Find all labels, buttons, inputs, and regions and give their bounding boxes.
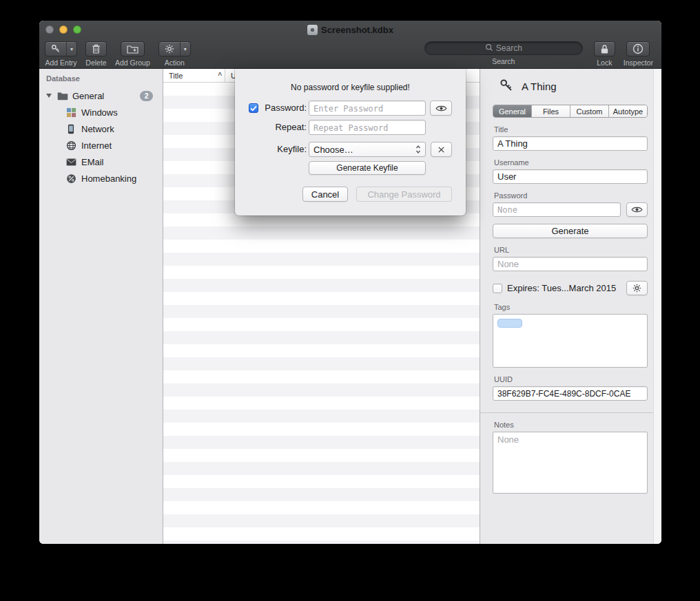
notes-field[interactable]: None — [493, 432, 648, 494]
windows-icon — [65, 107, 76, 118]
username-field[interactable] — [493, 169, 648, 184]
coin-percent-icon — [65, 173, 76, 184]
add-entry-label: Add Entry — [45, 59, 76, 67]
document-icon — [307, 25, 318, 35]
titlebar[interactable]: Screenshot.kdbx — [39, 21, 661, 39]
add-entry-button[interactable]: ▾ — [45, 41, 77, 56]
action-button[interactable]: ▾ — [158, 41, 191, 56]
sidebar-item-network[interactable]: Network — [39, 120, 163, 137]
keyfile-popup[interactable]: Choose… — [309, 142, 426, 157]
add-entry-dropdown[interactable]: ▾ — [66, 42, 76, 56]
close-icon — [438, 146, 445, 154]
search-field[interactable]: Search — [424, 41, 583, 55]
sidebar-item-general[interactable]: General 2 — [39, 87, 163, 104]
lock-label: Lock — [597, 59, 612, 67]
info-icon — [627, 42, 649, 56]
password-label: Password — [494, 191, 648, 200]
cancel-button[interactable]: Cancel — [302, 187, 348, 202]
delete-button[interactable] — [85, 41, 107, 56]
tags-field[interactable] — [493, 314, 648, 368]
url-label: URL — [494, 246, 648, 254]
gear-icon — [632, 284, 641, 293]
traffic-lights — [45, 25, 81, 34]
column-header-title[interactable]: Title ^ — [163, 69, 225, 82]
globe-icon — [65, 140, 76, 151]
dialog-keyfile-label: Keyfile: — [261, 142, 307, 157]
inspector-button[interactable] — [626, 41, 650, 56]
eye-icon — [435, 105, 447, 112]
dialog-password-input[interactable] — [309, 101, 426, 116]
title-field[interactable] — [493, 136, 648, 151]
show-password-button[interactable] — [626, 202, 648, 217]
dialog-repeat-label: Repeat: — [261, 120, 307, 135]
minimize-button[interactable] — [59, 25, 68, 34]
search-input[interactable] — [425, 42, 582, 54]
lock-button[interactable] — [594, 41, 615, 56]
sidebar-item-windows[interactable]: Windows — [39, 104, 163, 120]
expires-settings-button[interactable] — [626, 281, 648, 295]
group-label: EMail — [81, 157, 104, 167]
action-dropdown[interactable]: ▾ — [180, 42, 190, 56]
popup-stepper-icon — [415, 145, 421, 154]
toolbar: ▾ Add Entry Delete Add Group — [39, 39, 661, 69]
title-label: Title — [494, 125, 648, 134]
tab-autotype[interactable]: Autotype — [609, 105, 647, 117]
folder-plus-icon — [121, 42, 144, 56]
dialog-show-password-button[interactable] — [430, 101, 452, 116]
dialog-repeat-input[interactable] — [309, 120, 426, 135]
section-divider — [480, 412, 653, 413]
notes-placeholder: None — [497, 434, 519, 445]
eye-icon — [631, 206, 643, 213]
folder-icon — [57, 90, 68, 101]
tag-chip[interactable] — [497, 319, 522, 328]
action-label: Action — [165, 59, 185, 67]
sidebar-item-internet[interactable]: Internet — [39, 137, 163, 154]
group-sidebar: Database General 2 Windows Network — [39, 69, 163, 544]
notes-label: Notes — [494, 421, 648, 429]
search-label: Search — [492, 57, 515, 65]
expires-label: Expires: Tues...March 2015 — [507, 283, 621, 293]
url-field[interactable] — [493, 257, 648, 271]
password-field[interactable] — [493, 202, 621, 217]
tab-files[interactable]: Files — [532, 105, 570, 117]
sidebar-section-header: Database — [46, 74, 163, 83]
generate-keyfile-button[interactable]: Generate Keyfile — [309, 161, 426, 175]
inspector-label: Inspector — [624, 59, 653, 67]
entry-title: A Thing — [522, 81, 557, 92]
disclosure-triangle-icon[interactable] — [46, 94, 52, 98]
macpass-window: Screenshot.kdbx ▾ Add Entry — [39, 21, 661, 544]
generate-password-button[interactable]: Generate — [493, 224, 648, 238]
trash-icon — [86, 42, 106, 56]
close-button[interactable] — [45, 25, 54, 34]
group-label: General — [72, 91, 104, 101]
device-icon — [65, 123, 76, 134]
gear-icon — [159, 42, 180, 56]
keyfile-popup-value: Choose… — [313, 145, 353, 155]
column-title-label: Title — [169, 72, 183, 80]
add-group-button[interactable] — [121, 41, 145, 56]
delete-label: Delete — [85, 59, 106, 67]
check-icon — [250, 105, 257, 112]
change-password-button[interactable]: Change Password — [356, 187, 452, 202]
tab-general[interactable]: General — [493, 105, 532, 117]
sidebar-item-email[interactable]: EMail — [39, 154, 163, 170]
dialog-password-label: Password: — [261, 101, 307, 116]
group-label: Windows — [81, 107, 118, 118]
clear-keyfile-button[interactable] — [431, 142, 452, 157]
window-chrome: Screenshot.kdbx ▾ Add Entry — [39, 21, 661, 69]
expires-checkbox[interactable] — [493, 284, 502, 293]
tab-custom[interactable]: Custom — [570, 105, 609, 117]
key-plus-icon — [45, 42, 66, 56]
group-label: Homebanking — [81, 173, 136, 184]
inspector-panel: A Thing General Files Custom Autotype Ti… — [480, 69, 661, 544]
sidebar-item-homebanking[interactable]: Homebanking — [39, 170, 163, 187]
zoom-button[interactable] — [73, 25, 81, 34]
group-label: Internet — [81, 140, 112, 151]
inspector-scrollbar[interactable] — [653, 69, 661, 544]
tags-label: Tags — [494, 303, 648, 311]
username-label: Username — [494, 158, 648, 167]
uuid-field[interactable] — [493, 386, 648, 401]
key-icon — [500, 78, 513, 94]
password-checkbox[interactable] — [249, 103, 258, 113]
window-title: Screenshot.kdbx — [321, 25, 393, 35]
